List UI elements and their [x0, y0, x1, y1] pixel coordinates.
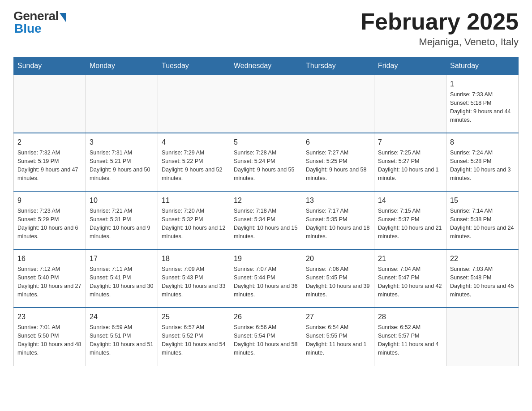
day-info: Sunrise: 7:27 AMSunset: 5:25 PMDaylight:… — [306, 150, 367, 181]
day-number: 20 — [306, 253, 370, 264]
day-number: 7 — [378, 137, 442, 147]
weekday-header-saturday: Saturday — [446, 57, 519, 75]
calendar-cell: 5Sunrise: 7:28 AMSunset: 5:24 PMDaylight… — [230, 133, 302, 191]
calendar-cell — [14, 75, 86, 133]
calendar-cell — [86, 75, 158, 133]
calendar-cell: 24Sunrise: 6:59 AMSunset: 5:51 PMDayligh… — [86, 308, 158, 366]
calendar-cell: 23Sunrise: 7:01 AMSunset: 5:50 PMDayligh… — [14, 308, 86, 366]
day-info: Sunrise: 7:28 AMSunset: 5:24 PMDaylight:… — [234, 150, 295, 181]
day-number: 19 — [234, 253, 298, 264]
day-number: 13 — [306, 195, 370, 206]
day-info: Sunrise: 6:52 AMSunset: 5:57 PMDaylight:… — [378, 324, 439, 355]
calendar-cell: 22Sunrise: 7:03 AMSunset: 5:48 PMDayligh… — [446, 249, 519, 308]
calendar-cell: 17Sunrise: 7:11 AMSunset: 5:41 PMDayligh… — [86, 249, 158, 308]
day-info: Sunrise: 7:18 AMSunset: 5:34 PMDaylight:… — [234, 208, 297, 239]
day-info: Sunrise: 7:21 AMSunset: 5:31 PMDaylight:… — [90, 208, 150, 239]
day-number: 24 — [90, 312, 154, 322]
day-number: 14 — [378, 195, 442, 206]
calendar-cell: 3Sunrise: 7:31 AMSunset: 5:21 PMDaylight… — [86, 133, 158, 191]
day-number: 4 — [162, 137, 226, 147]
day-number: 2 — [17, 137, 82, 147]
day-info: Sunrise: 7:14 AMSunset: 5:38 PMDaylight:… — [450, 208, 514, 239]
day-number: 26 — [234, 312, 298, 322]
calendar-cell: 21Sunrise: 7:04 AMSunset: 5:47 PMDayligh… — [374, 249, 446, 308]
day-info: Sunrise: 7:25 AMSunset: 5:27 PMDaylight:… — [378, 150, 439, 181]
day-number: 9 — [17, 195, 82, 206]
title-area: February 2025 Mejaniga, Veneto, Italy — [360, 9, 519, 48]
day-number: 27 — [306, 312, 370, 322]
calendar-cell: 13Sunrise: 7:17 AMSunset: 5:35 PMDayligh… — [302, 191, 374, 249]
day-info: Sunrise: 7:04 AMSunset: 5:47 PMDaylight:… — [378, 266, 442, 297]
day-info: Sunrise: 7:09 AMSunset: 5:43 PMDaylight:… — [162, 266, 225, 297]
day-number: 16 — [17, 253, 82, 264]
day-info: Sunrise: 6:59 AMSunset: 5:51 PMDaylight:… — [90, 324, 153, 355]
calendar-cell: 15Sunrise: 7:14 AMSunset: 5:38 PMDayligh… — [446, 191, 519, 249]
logo-arrow-icon — [60, 13, 66, 22]
calendar-cell — [374, 75, 446, 133]
calendar-cell: 1Sunrise: 7:33 AMSunset: 5:18 PMDaylight… — [446, 75, 519, 133]
day-number: 1 — [450, 79, 515, 89]
week-row-2: 2Sunrise: 7:32 AMSunset: 5:19 PMDaylight… — [14, 133, 519, 191]
calendar-cell: 18Sunrise: 7:09 AMSunset: 5:43 PMDayligh… — [158, 249, 230, 308]
day-number: 18 — [162, 253, 226, 264]
day-info: Sunrise: 7:24 AMSunset: 5:28 PMDaylight:… — [450, 150, 511, 181]
day-info: Sunrise: 7:07 AMSunset: 5:44 PMDaylight:… — [234, 266, 297, 297]
calendar-cell: 6Sunrise: 7:27 AMSunset: 5:25 PMDaylight… — [302, 133, 374, 191]
day-number: 28 — [378, 312, 442, 322]
calendar-cell — [230, 75, 302, 133]
day-info: Sunrise: 7:29 AMSunset: 5:22 PMDaylight:… — [162, 150, 223, 181]
week-row-5: 23Sunrise: 7:01 AMSunset: 5:50 PMDayligh… — [14, 308, 519, 366]
day-info: Sunrise: 6:56 AMSunset: 5:54 PMDaylight:… — [234, 324, 297, 355]
day-info: Sunrise: 7:12 AMSunset: 5:40 PMDaylight:… — [17, 266, 81, 297]
day-number: 3 — [90, 137, 154, 147]
logo: General Blue — [13, 9, 66, 36]
day-info: Sunrise: 7:23 AMSunset: 5:29 PMDaylight:… — [17, 208, 78, 239]
weekday-header-sunday: Sunday — [14, 57, 86, 75]
day-info: Sunrise: 7:20 AMSunset: 5:32 PMDaylight:… — [162, 208, 225, 239]
day-number: 17 — [90, 253, 154, 264]
day-number: 15 — [450, 195, 515, 206]
day-info: Sunrise: 7:31 AMSunset: 5:21 PMDaylight:… — [90, 150, 150, 181]
calendar-cell: 10Sunrise: 7:21 AMSunset: 5:31 PMDayligh… — [86, 191, 158, 249]
calendar-cell: 28Sunrise: 6:52 AMSunset: 5:57 PMDayligh… — [374, 308, 446, 366]
calendar-cell — [302, 75, 374, 133]
day-number: 8 — [450, 137, 515, 147]
day-number: 21 — [378, 253, 442, 264]
day-number: 25 — [162, 312, 226, 322]
weekday-header-thursday: Thursday — [302, 57, 374, 75]
calendar-cell: 14Sunrise: 7:15 AMSunset: 5:37 PMDayligh… — [374, 191, 446, 249]
day-info: Sunrise: 7:32 AMSunset: 5:19 PMDaylight:… — [17, 150, 78, 181]
day-info: Sunrise: 6:54 AMSunset: 5:55 PMDaylight:… — [306, 324, 367, 355]
day-info: Sunrise: 7:11 AMSunset: 5:41 PMDaylight:… — [90, 266, 153, 297]
weekday-header-friday: Friday — [374, 57, 446, 75]
calendar-cell: 7Sunrise: 7:25 AMSunset: 5:27 PMDaylight… — [374, 133, 446, 191]
calendar-cell: 26Sunrise: 6:56 AMSunset: 5:54 PMDayligh… — [230, 308, 302, 366]
calendar-table: SundayMondayTuesdayWednesdayThursdayFrid… — [13, 57, 519, 366]
calendar-cell: 2Sunrise: 7:32 AMSunset: 5:19 PMDaylight… — [14, 133, 86, 191]
weekday-header-tuesday: Tuesday — [158, 57, 230, 75]
calendar-cell: 12Sunrise: 7:18 AMSunset: 5:34 PMDayligh… — [230, 191, 302, 249]
day-number: 5 — [234, 137, 298, 147]
day-info: Sunrise: 7:33 AMSunset: 5:18 PMDaylight:… — [450, 91, 511, 123]
page-header: General Blue February 2025 Mejaniga, Ven… — [13, 9, 519, 48]
day-number: 22 — [450, 253, 515, 264]
calendar-cell: 25Sunrise: 6:57 AMSunset: 5:52 PMDayligh… — [158, 308, 230, 366]
week-row-3: 9Sunrise: 7:23 AMSunset: 5:29 PMDaylight… — [14, 191, 519, 249]
day-info: Sunrise: 7:15 AMSunset: 5:37 PMDaylight:… — [378, 208, 442, 239]
calendar-cell: 19Sunrise: 7:07 AMSunset: 5:44 PMDayligh… — [230, 249, 302, 308]
day-info: Sunrise: 7:03 AMSunset: 5:48 PMDaylight:… — [450, 266, 514, 297]
weekday-header-row: SundayMondayTuesdayWednesdayThursdayFrid… — [14, 57, 519, 75]
week-row-1: 1Sunrise: 7:33 AMSunset: 5:18 PMDaylight… — [14, 75, 519, 133]
day-info: Sunrise: 7:06 AMSunset: 5:45 PMDaylight:… — [306, 266, 369, 297]
calendar-cell: 27Sunrise: 6:54 AMSunset: 5:55 PMDayligh… — [302, 308, 374, 366]
calendar-cell: 16Sunrise: 7:12 AMSunset: 5:40 PMDayligh… — [14, 249, 86, 308]
calendar-cell — [446, 308, 519, 366]
week-row-4: 16Sunrise: 7:12 AMSunset: 5:40 PMDayligh… — [14, 249, 519, 308]
month-title: February 2025 — [360, 9, 519, 34]
calendar-cell: 4Sunrise: 7:29 AMSunset: 5:22 PMDaylight… — [158, 133, 230, 191]
calendar-cell: 9Sunrise: 7:23 AMSunset: 5:29 PMDaylight… — [14, 191, 86, 249]
logo-blue-text: Blue — [13, 21, 42, 36]
day-info: Sunrise: 6:57 AMSunset: 5:52 PMDaylight:… — [162, 324, 225, 355]
calendar-cell — [158, 75, 230, 133]
calendar-cell: 11Sunrise: 7:20 AMSunset: 5:32 PMDayligh… — [158, 191, 230, 249]
